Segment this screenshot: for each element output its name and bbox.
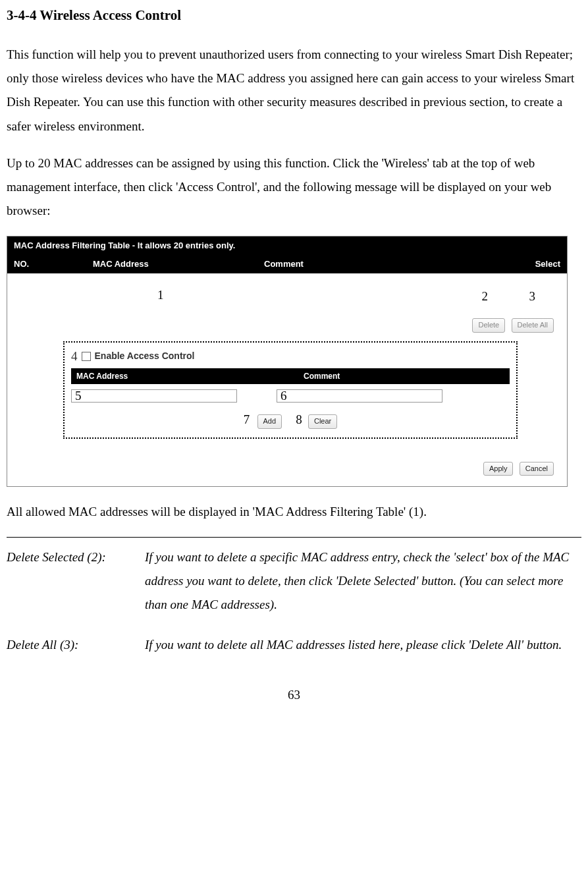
- sub-header-mac: MAC Address: [76, 371, 277, 382]
- callout-3: 3: [529, 288, 536, 306]
- callout-2: 2: [482, 288, 489, 306]
- clear-button[interactable]: Clear: [308, 414, 337, 428]
- add-button[interactable]: Add: [257, 414, 282, 428]
- apply-button[interactable]: Apply: [483, 462, 514, 476]
- sub-header-comment: Comment: [277, 371, 504, 382]
- callout-5: 5: [75, 387, 82, 405]
- page-number: 63: [7, 683, 581, 707]
- enable-access-checkbox[interactable]: [82, 352, 91, 361]
- def-text-delete-all: If you want to delete all MAC addresses …: [145, 633, 581, 657]
- header-no: NO.: [14, 258, 93, 270]
- delete-button[interactable]: Delete: [472, 318, 505, 332]
- paragraph-after-screenshot: All allowed MAC addresses will be displa…: [7, 500, 581, 524]
- def-text-delete-selected: If you want to delete a specific MAC add…: [145, 545, 581, 617]
- delete-button-row: Delete Delete All: [7, 313, 567, 335]
- header-select: Select: [521, 258, 560, 270]
- comment-input[interactable]: [277, 389, 442, 403]
- screenshot-container: MAC Address Filtering Table - It allows …: [7, 236, 568, 487]
- header-comment: Comment: [264, 258, 521, 270]
- enable-access-label: Enable Access Control: [95, 350, 195, 363]
- callout-1: 1: [157, 287, 164, 304]
- add-entry-panel: 4 Enable Access Control MAC Address Comm…: [63, 341, 518, 439]
- table-body-empty: 1 2 3: [7, 273, 567, 313]
- cancel-button[interactable]: Cancel: [520, 462, 554, 476]
- callout-7: 7: [244, 412, 250, 426]
- header-mac: MAC Address: [93, 258, 264, 270]
- callout-6: 6: [281, 387, 287, 405]
- sub-header-row: MAC Address Comment: [71, 368, 510, 385]
- table-header-row: NO. MAC Address Comment Select: [7, 255, 567, 273]
- definition-delete-selected: Delete Selected (2): If you want to dele…: [7, 545, 581, 617]
- definition-delete-all: Delete All (3): If you want to delete al…: [7, 633, 581, 657]
- footer-button-row: Apply Cancel: [7, 445, 567, 480]
- paragraph-instruction: Up to 20 MAC addresses can be assigned b…: [7, 152, 581, 223]
- paragraph-intro: This function will help you to prevent u…: [7, 43, 581, 138]
- callout-4: 4: [71, 348, 78, 366]
- def-label-delete-all: Delete All (3):: [7, 633, 145, 657]
- def-label-delete-selected: Delete Selected (2):: [7, 545, 145, 617]
- divider-line: [7, 537, 581, 538]
- mac-address-input[interactable]: [71, 389, 237, 403]
- section-heading: 3-4-4 Wireless Access Control: [7, 7, 581, 24]
- callout-8: 8: [296, 412, 302, 426]
- title-bar: MAC Address Filtering Table - It allows …: [7, 237, 567, 255]
- delete-all-button[interactable]: Delete All: [512, 318, 554, 332]
